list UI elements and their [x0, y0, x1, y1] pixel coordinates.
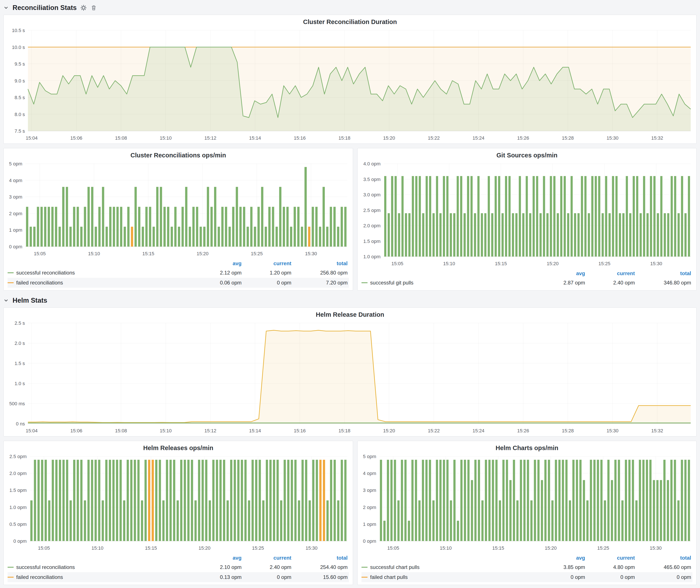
- svg-text:15:30: 15:30: [606, 428, 618, 433]
- legend-sort-avg[interactable]: avg: [193, 260, 243, 267]
- svg-text:0 opm: 0 opm: [13, 538, 27, 544]
- legend-value: 0.06 opm: [193, 280, 243, 286]
- panel-title[interactable]: Cluster Reconciliations ops/min: [4, 148, 353, 160]
- svg-text:10.5 s: 10.5 s: [12, 28, 25, 33]
- svg-text:15:25: 15:25: [598, 261, 610, 266]
- legend-sort-total[interactable]: total: [636, 270, 692, 276]
- svg-text:15:15: 15:15: [145, 545, 157, 551]
- svg-text:3 opm: 3 opm: [363, 488, 376, 493]
- svg-text:15:06: 15:06: [70, 135, 82, 141]
- legend-value: 465.60 opm: [636, 564, 692, 570]
- legend-sort-avg[interactable]: avg: [193, 555, 243, 561]
- chevron-down-icon[interactable]: [3, 5, 9, 10]
- legend-sort-current[interactable]: current: [586, 270, 636, 276]
- legend-row: successful chart pulls3.85 opm4.80 opm46…: [361, 562, 692, 572]
- legend-sort-total[interactable]: total: [636, 555, 692, 561]
- cluster-reconciliation-duration-chart[interactable]: 7.5 s8.0 s8.5 s9.0 s9.5 s10.0 s10.5 s15:…: [4, 26, 696, 144]
- svg-text:15:05: 15:05: [34, 251, 46, 256]
- svg-text:1.0 opm: 1.0 opm: [363, 254, 381, 259]
- legend-row: successful reconciliations2.12 opm1.20 o…: [8, 268, 349, 278]
- svg-text:15:30: 15:30: [305, 251, 317, 256]
- svg-text:15:28: 15:28: [562, 135, 574, 141]
- legend-value: 0 opm: [243, 574, 293, 580]
- legend-series-name[interactable]: successful chart pulls: [361, 564, 537, 570]
- helm-releases-chart[interactable]: 0 opm0.5 opm1.0 opm1.5 opm2.0 opm2.5 opm…: [4, 452, 353, 554]
- legend-value: 2.12 opm: [193, 270, 243, 276]
- svg-text:15:06: 15:06: [70, 428, 82, 433]
- svg-text:15:32: 15:32: [651, 135, 663, 141]
- svg-text:4 opm: 4 opm: [363, 471, 376, 476]
- svg-text:15:25: 15:25: [251, 251, 263, 256]
- legend-series-name[interactable]: successful git pulls: [361, 280, 537, 286]
- panel-cluster-reconciliations-opm: Cluster Reconciliations ops/min 0 opm1 o…: [3, 148, 353, 291]
- legend-series-name[interactable]: failed reconciliations: [8, 280, 193, 286]
- svg-text:15:18: 15:18: [339, 135, 350, 141]
- legend-series-name[interactable]: failed reconciliations: [8, 574, 193, 580]
- panel-title[interactable]: Helm Release Duration: [4, 308, 696, 319]
- svg-text:2 opm: 2 opm: [363, 505, 376, 510]
- panel-helm-releases-opm: Helm Releases ops/min 0 opm0.5 opm1.0 op…: [3, 441, 353, 585]
- series-color-swatch: [8, 272, 14, 273]
- gear-icon[interactable]: [80, 4, 87, 11]
- legend-series-name[interactable]: successful reconciliations: [8, 564, 193, 570]
- legend-sort-total[interactable]: total: [293, 555, 349, 561]
- legend-sort-total[interactable]: total: [293, 260, 349, 267]
- panel-title[interactable]: Helm Charts ops/min: [358, 441, 696, 452]
- git-sources-chart[interactable]: 1.0 opm1.5 opm2.0 opm2.5 opm3.0 opm3.5 o…: [358, 160, 696, 269]
- legend-value: 0 opm: [537, 574, 586, 580]
- svg-text:15:22: 15:22: [428, 428, 440, 433]
- svg-text:15:15: 15:15: [142, 251, 154, 256]
- svg-text:2.0 opm: 2.0 opm: [363, 223, 381, 228]
- svg-text:1.5 s: 1.5 s: [15, 361, 25, 366]
- svg-text:15:05: 15:05: [391, 261, 403, 266]
- svg-text:15:20: 15:20: [547, 261, 559, 266]
- cluster-reconciliations-chart[interactable]: 0 opm1 opm2 opm3 opm4 opm5 opm15:0515:10…: [4, 160, 353, 259]
- panel-title[interactable]: Cluster Reconciliation Duration: [4, 15, 696, 26]
- series-color-swatch: [8, 282, 14, 283]
- svg-text:15:26: 15:26: [517, 135, 529, 141]
- svg-text:15:30: 15:30: [650, 261, 662, 266]
- svg-text:2.5 opm: 2.5 opm: [363, 208, 381, 213]
- chevron-down-icon[interactable]: [3, 298, 9, 303]
- helm-charts-chart[interactable]: 0 opm1 opm2 opm3 opm4 opm5 opm15:0515:10…: [358, 452, 696, 554]
- legend-series-name[interactable]: successful reconciliations: [8, 270, 193, 276]
- legend-value: 256.80 opm: [293, 270, 349, 276]
- panel-title[interactable]: Git Sources ops/min: [358, 148, 696, 160]
- legend-header-row: avgcurrenttotal: [8, 259, 349, 268]
- svg-text:15:18: 15:18: [339, 428, 350, 433]
- svg-text:15:08: 15:08: [115, 428, 127, 433]
- legend-series-name[interactable]: failed chart pulls: [361, 574, 537, 580]
- dashboard: Reconciliation Stats Cluster Reconciliat: [0, 0, 700, 588]
- panel-title[interactable]: Helm Releases ops/min: [4, 441, 353, 452]
- svg-text:15:24: 15:24: [473, 428, 484, 433]
- svg-text:15:04: 15:04: [26, 135, 38, 141]
- legend-sort-current[interactable]: current: [243, 555, 293, 561]
- legend-sort-current[interactable]: current: [243, 260, 293, 267]
- svg-text:3.5 opm: 3.5 opm: [363, 177, 381, 182]
- svg-text:15:20: 15:20: [383, 428, 395, 433]
- svg-text:15:25: 15:25: [597, 545, 609, 551]
- section-title[interactable]: Reconciliation Stats: [13, 4, 77, 12]
- svg-text:1.0 opm: 1.0 opm: [10, 505, 27, 510]
- svg-text:2 opm: 2 opm: [9, 211, 22, 216]
- svg-text:0 opm: 0 opm: [9, 244, 22, 249]
- legend-value: 0.13 opm: [193, 574, 243, 580]
- svg-text:4 opm: 4 opm: [9, 178, 22, 183]
- helm-release-duration-chart[interactable]: 0 ns500 ms1.0 s1.5 s2.0 s2.5 s15:0415:06…: [4, 319, 696, 436]
- series-color-swatch: [8, 577, 14, 578]
- section-header-reconciliation-stats[interactable]: Reconciliation Stats: [3, 2, 697, 13]
- legend-value: 4.80 opm: [586, 564, 636, 570]
- section-header-helm-stats[interactable]: Helm Stats: [3, 295, 697, 306]
- legend-sort-current[interactable]: current: [586, 555, 636, 561]
- svg-text:15:04: 15:04: [26, 428, 38, 433]
- section-title[interactable]: Helm Stats: [13, 297, 47, 304]
- svg-text:1.5 opm: 1.5 opm: [363, 239, 381, 244]
- svg-text:15:15: 15:15: [492, 545, 504, 551]
- legend-sort-avg[interactable]: avg: [537, 270, 586, 276]
- svg-text:0.5 opm: 0.5 opm: [10, 522, 27, 527]
- helm-releases-legend: avgcurrenttotalsuccessful reconciliation…: [4, 554, 353, 585]
- svg-text:15:28: 15:28: [562, 428, 574, 433]
- svg-text:4.0 opm: 4.0 opm: [363, 161, 381, 166]
- trash-icon[interactable]: [90, 5, 97, 11]
- legend-sort-avg[interactable]: avg: [537, 555, 586, 561]
